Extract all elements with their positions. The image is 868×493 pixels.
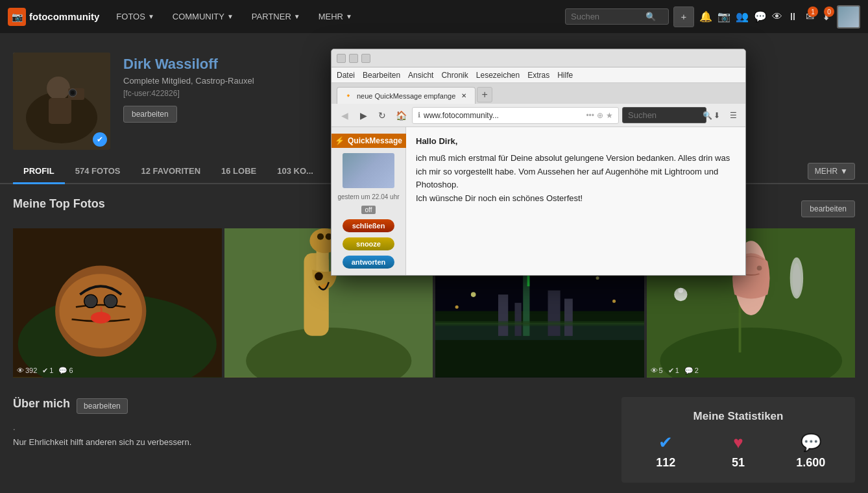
notifications-badge: 0 — [824, 6, 834, 17]
browser-tab-active[interactable]: 🔸 neue QuickMessage empfange ✕ — [337, 87, 476, 104]
stat-comments-count: 1.600 — [779, 456, 842, 470]
qm-snooze-button[interactable]: snooze — [343, 237, 394, 250]
add-button[interactable]: + — [673, 6, 694, 27]
tab-title: neue QuickMessage empfange — [357, 92, 455, 100]
check-stat-icon2: ✔ — [668, 367, 674, 375]
nav-partner[interactable]: PARTNER ▼ — [244, 0, 308, 33]
url-icons: ••• ⊕ ★ — [586, 111, 613, 120]
tab-close-button[interactable]: ✕ — [459, 91, 468, 101]
heart-icon: ♥ — [707, 433, 770, 453]
qm-avatar — [343, 153, 394, 188]
menu-extras[interactable]: Extras — [527, 71, 549, 80]
tab-favicon: 🔸 — [344, 91, 353, 100]
qm-close-button[interactable]: schließen — [343, 219, 394, 232]
check-stat-icon: ✔ — [42, 367, 48, 375]
mehr-dropdown-button[interactable]: MEHR ▼ — [808, 163, 855, 180]
new-tab-button[interactable]: + — [477, 87, 492, 102]
browser-titlebar: — □ ✕ — [332, 49, 745, 67]
qm-header: ⚡ QuickMessage — [331, 134, 407, 148]
eye-stat-icon: 👁 — [17, 367, 24, 374]
stat-hearts-count: 51 — [707, 456, 770, 470]
tiger-comments: 💬 6 — [58, 367, 73, 375]
about-description: Nur Ehrlichkeit hilft anderen sich zu ve… — [13, 437, 609, 447]
browser-search-box: 🔍 — [622, 107, 706, 123]
partner-arrow-icon: ▼ — [294, 13, 300, 20]
menu-lesezeichen[interactable]: Lesezeichen — [476, 71, 520, 80]
photo-item-tiger[interactable]: 👁 392 ✔ 1 💬 6 — [13, 228, 222, 378]
verified-badge: ✔ — [93, 132, 107, 147]
nav-mehr[interactable]: MEHR ▼ — [311, 0, 360, 33]
photos-edit-button[interactable]: bearbeiten — [801, 200, 855, 217]
comment-stat-icon2: 💬 — [684, 367, 693, 375]
torso-stats: 👁 5 ✔ 1 💬 2 — [651, 367, 699, 375]
people-icon[interactable]: 👥 — [736, 10, 749, 23]
menu-ansicht[interactable]: Ansicht — [408, 71, 433, 80]
forward-button[interactable]: ▶ — [356, 108, 371, 123]
svg-point-44 — [756, 265, 762, 271]
mehr-arrow-icon: ▼ — [346, 13, 352, 20]
star-icon[interactable]: ★ — [606, 111, 613, 120]
window-close-button[interactable]: ✕ — [361, 54, 370, 63]
torso-comments: 💬 2 — [684, 367, 699, 375]
window-minimize-button[interactable]: — — [337, 54, 346, 63]
notifications-badge-btn[interactable]: ⬇ 0 — [819, 10, 830, 23]
svg-point-48 — [678, 288, 683, 293]
svg-point-12 — [104, 295, 117, 307]
bell-icon[interactable]: 🔔 — [699, 10, 712, 23]
qm-timestamp: gestern um 22.04 uhr — [337, 193, 399, 200]
menu-chronik[interactable]: Chronik — [441, 71, 468, 80]
statistics-row: ✔ 112 ♥ 51 💬 1.600 — [634, 433, 842, 470]
tab-favoriten[interactable]: 12 FAVORITEN — [131, 160, 211, 184]
messages-badge-btn[interactable]: ✉ 1 — [803, 10, 814, 23]
window-maximize-button[interactable]: □ — [349, 54, 358, 63]
search-input[interactable] — [571, 12, 642, 21]
svg-point-37 — [455, 306, 459, 309]
home-button[interactable]: 🏠 — [393, 108, 409, 123]
torso-views: 👁 5 — [651, 367, 663, 375]
profile-photo: ✔ — [13, 53, 110, 150]
menu-toolbar-icon[interactable]: ☰ — [726, 108, 740, 123]
browser-search-input[interactable] — [628, 110, 699, 120]
svg-rect-30 — [514, 303, 521, 336]
nav-community[interactable]: COMMUNITY ▼ — [165, 0, 241, 33]
mehr-chevron-icon: ▼ — [840, 167, 848, 176]
qm-greeting: Hallo Dirk, — [416, 135, 736, 149]
svg-rect-41 — [738, 303, 741, 353]
menu-hilfe[interactable]: Hilfe — [557, 71, 573, 80]
statistics-title: Meine Statistiken — [634, 410, 842, 423]
logo[interactable]: 📷 fotocommunity — [8, 8, 99, 26]
bookmark-icon[interactable]: ⊕ — [597, 111, 603, 120]
tiger-lobes: ✔ 1 — [42, 367, 53, 375]
back-button[interactable]: ◀ — [337, 108, 352, 123]
security-icon: ℹ — [418, 111, 420, 119]
url-text[interactable]: www.fotocommunity... — [424, 111, 583, 120]
tab-profil[interactable]: PROFIL — [13, 160, 65, 184]
user-avatar[interactable] — [837, 5, 860, 29]
search-icon[interactable]: 🔍 — [645, 12, 656, 21]
about-edit-button[interactable]: bearbeiten — [77, 398, 128, 414]
eye-icon[interactable]: 👁 — [772, 11, 782, 23]
url-more-icon: ••• — [586, 111, 594, 120]
browser-popup: — □ ✕ Datei Bearbeiten Ansicht Chronik L… — [331, 49, 746, 276]
svg-point-13 — [91, 312, 111, 324]
qm-reply-button[interactable]: antworten — [343, 256, 394, 269]
statistics-box: Meine Statistiken ✔ 112 ♥ 51 💬 1.600 — [621, 397, 855, 483]
download-toolbar-icon[interactable]: ⬇ — [710, 108, 724, 123]
menu-datei[interactable]: Datei — [337, 71, 355, 80]
about-left: Über mich bearbeiten . Nur Ehrlichkeit h… — [13, 397, 609, 483]
comment-stat-icon: 💬 — [58, 367, 67, 375]
profile-edit-button[interactable]: bearbeiten — [123, 106, 177, 123]
svg-point-22 — [315, 272, 323, 281]
about-section: Über mich bearbeiten . Nur Ehrlichkeit h… — [0, 391, 868, 493]
nav-fotos[interactable]: FOTOS ▼ — [108, 0, 162, 33]
camera-icon[interactable]: 📷 — [717, 10, 730, 23]
menu-bearbeiten[interactable]: Bearbeiten — [363, 71, 400, 80]
tab-kommentare[interactable]: 103 KO... — [267, 160, 324, 184]
chat-icon[interactable]: 💬 — [754, 10, 767, 23]
check-icon: ✔ — [634, 433, 697, 453]
pause-icon[interactable]: ⏸ — [788, 11, 798, 23]
tab-lobe[interactable]: 16 LOBE — [211, 160, 267, 184]
tab-fotos[interactable]: 574 FOTOS — [65, 160, 131, 184]
refresh-button[interactable]: ↻ — [374, 108, 390, 123]
browser-tabs: 🔸 neue QuickMessage empfange ✕ + — [332, 83, 745, 104]
